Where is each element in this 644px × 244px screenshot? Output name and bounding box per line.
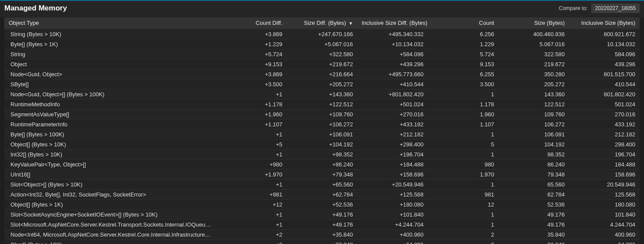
size-cell: 35.840: [498, 230, 569, 240]
table-row[interactable]: RuntimeMethodInfo+1.178+122.512+501.0241…: [4, 99, 640, 109]
sizeDiff-cell: +109.760: [287, 109, 357, 119]
table-row[interactable]: Node<Guid, Object>[] (Bytes > 100K)+1+14…: [4, 89, 640, 99]
object-type-cell: Object[] (Bytes > 1K): [4, 200, 216, 210]
column-header-incSizeDiff[interactable]: Inclusive Size Diff. (Bytes): [357, 17, 428, 29]
incSizeDiff-cell: +433.192: [357, 119, 428, 129]
incSizeDiff-cell: +400.960: [357, 230, 428, 240]
size-cell: 219.672: [498, 59, 569, 69]
object-type-cell: String (Bytes > 10K): [4, 29, 216, 39]
count-cell: 3.500: [428, 79, 498, 89]
table-row[interactable]: Node<Int64, Microsoft.AspNetCore.Server.…: [4, 230, 640, 240]
size-cell: 86.240: [498, 159, 569, 169]
table-row[interactable]: Int32[] (Bytes > 10K)+1+98.352+196.70419…: [4, 149, 640, 159]
table-row[interactable]: Action<Int32, Byte[], Int32, SocketFlags…: [4, 190, 640, 200]
column-header-label: Size Diff. (Bytes): [304, 20, 346, 26]
size-cell: 106.091: [498, 129, 569, 139]
countDiff-cell: +1: [216, 180, 287, 190]
incSize-cell: 801.515.700: [569, 69, 640, 79]
countDiff-cell: +1: [216, 220, 287, 230]
table-row[interactable]: Slot<Microsoft.AspNetCore.Server.Kestrel…: [4, 220, 640, 230]
count-cell: 1.970: [428, 169, 498, 180]
object-type-cell: UInt16[]: [4, 169, 216, 180]
column-header-incSize[interactable]: Inclusive Size (Bytes): [569, 17, 640, 29]
table-row[interactable]: Node<Guid, Object>+3.869+216.664+495.773…: [4, 69, 640, 79]
table-row[interactable]: Byte[] (Bytes > 1K)+1.229+5.067.016+10.1…: [4, 39, 640, 49]
sizeDiff-cell: +219.672: [287, 59, 357, 69]
object-type-cell: KeyValuePair<Type, Object>[]: [4, 159, 216, 169]
countDiff-cell: +1.970: [216, 169, 287, 180]
object-type-cell: Char[] (Bytes > 10K): [4, 240, 216, 244]
sizeDiff-cell: +86.240: [287, 159, 357, 169]
incSize-cell: 101.840: [569, 210, 640, 220]
object-type-cell: Action<Int32, Byte[], Int32, SocketFlags…: [4, 190, 216, 200]
table-row[interactable]: Object+9.153+219.672+439.2969.153219.672…: [4, 59, 640, 69]
column-header-type[interactable]: Object Type: [4, 17, 216, 29]
compare-snapshot-dropdown[interactable]: 20220227_18055: [591, 3, 640, 13]
table-body: String (Bytes > 10K)+3.869+247.670.166+4…: [4, 29, 640, 244]
countDiff-cell: +3.869: [216, 29, 287, 39]
countDiff-cell: +2: [216, 230, 287, 240]
incSize-cell: 400.960: [569, 230, 640, 240]
countDiff-cell: +980: [216, 159, 287, 169]
table-row[interactable]: SegmentAsValueType[]+1.960+109.760+270.0…: [4, 109, 640, 119]
size-cell: 5.067.016: [498, 39, 569, 49]
column-header-label: Object Type: [9, 20, 39, 26]
sizeDiff-cell: +104.192: [287, 139, 357, 149]
countDiff-cell: +1.107: [216, 119, 287, 129]
table-header: Object TypeCount Diff.Size Diff. (Bytes)…: [4, 17, 640, 29]
size-cell: 52.536: [498, 200, 569, 210]
object-type-cell: Slot<Microsoft.AspNetCore.Server.Kestrel…: [4, 220, 216, 230]
table-row[interactable]: Object[] (Bytes > 1K)+12+52.536+180.0801…: [4, 200, 640, 210]
size-cell: 400.460.836: [498, 29, 569, 39]
table-row[interactable]: RuntimeParameterInfo+1.107+106.272+433.1…: [4, 119, 640, 129]
incSize-cell: 501.024: [569, 99, 640, 109]
table-row[interactable]: KeyValuePair<Type, Object>[]+980+86.240+…: [4, 159, 640, 169]
table-row[interactable]: Object[] (Bytes > 10K)+5+104.192+298.400…: [4, 139, 640, 149]
countDiff-cell: +3.500: [216, 79, 287, 89]
incSizeDiff-cell: +801.802.420: [357, 89, 428, 99]
incSize-cell: 584.096: [569, 49, 640, 59]
count-cell: 981: [428, 190, 498, 200]
count-cell: 5.724: [428, 49, 498, 59]
column-header-countDiff[interactable]: Count Diff.: [216, 17, 287, 29]
count-cell: 2: [428, 230, 498, 240]
table-row[interactable]: Byte[] (Bytes > 100K)+1+106.091+212.1821…: [4, 129, 640, 139]
sizeDiff-cell: +62.784: [287, 190, 357, 200]
table-row[interactable]: String+5.724+322.580+584.0965.724322.580…: [4, 49, 640, 59]
table-row[interactable]: Char[] (Bytes > 10K)+2+32.048+64.096232.…: [4, 240, 640, 244]
column-header-size[interactable]: Size (Bytes): [498, 17, 569, 29]
incSize-cell: 10.134.032: [569, 39, 640, 49]
table-row[interactable]: Slot<Object>[] (Bytes > 10K)+1+65.560+20…: [4, 180, 640, 190]
column-header-sizeDiff[interactable]: Size Diff. (Bytes)▼: [287, 17, 357, 29]
incSize-cell: 212.182: [569, 129, 640, 139]
incSize-cell: 801.802.420: [569, 89, 640, 99]
countDiff-cell: +1.178: [216, 99, 287, 109]
incSizeDiff-cell: +495.340.332: [357, 29, 428, 39]
incSize-cell: 158.696: [569, 169, 640, 180]
incSizeDiff-cell: +64.096: [357, 240, 428, 244]
size-cell: 49.176: [498, 210, 569, 220]
sizeDiff-cell: +49.176: [287, 220, 357, 230]
incSizeDiff-cell: +184.488: [357, 159, 428, 169]
size-cell: 143.360: [498, 89, 569, 99]
countDiff-cell: +1: [216, 210, 287, 220]
column-header-count[interactable]: Count: [428, 17, 498, 29]
table-row[interactable]: String (Bytes > 10K)+3.869+247.670.166+4…: [4, 29, 640, 39]
incSizeDiff-cell: +4.244.704: [357, 220, 428, 230]
size-cell: 49.176: [498, 220, 569, 230]
object-type-cell: Node<Guid, Object>: [4, 69, 216, 79]
incSizeDiff-cell: +10.134.032: [357, 39, 428, 49]
table-row[interactable]: UInt16[]+1.970+79.348+158.6961.97079.348…: [4, 169, 640, 180]
column-header-label: Size (Bytes): [534, 20, 565, 26]
incSizeDiff-cell: +20.549.946: [357, 180, 428, 190]
incSize-cell: 64.096: [569, 240, 640, 244]
sizeDiff-cell: +322.580: [287, 49, 357, 59]
compare-controls: Compare to: 20220227_18055: [559, 3, 640, 13]
table-row[interactable]: SByte[]+3.500+205.272+410.5443.500205.27…: [4, 79, 640, 89]
count-cell: 1: [428, 89, 498, 99]
count-cell: 1.229: [428, 39, 498, 49]
size-cell: 322.580: [498, 49, 569, 59]
sizeDiff-cell: +98.352: [287, 149, 357, 159]
object-type-cell: Byte[] (Bytes > 1K): [4, 39, 216, 49]
table-row[interactable]: Slot<SocketAsyncEngine+SocketIOEvent>[] …: [4, 210, 640, 220]
